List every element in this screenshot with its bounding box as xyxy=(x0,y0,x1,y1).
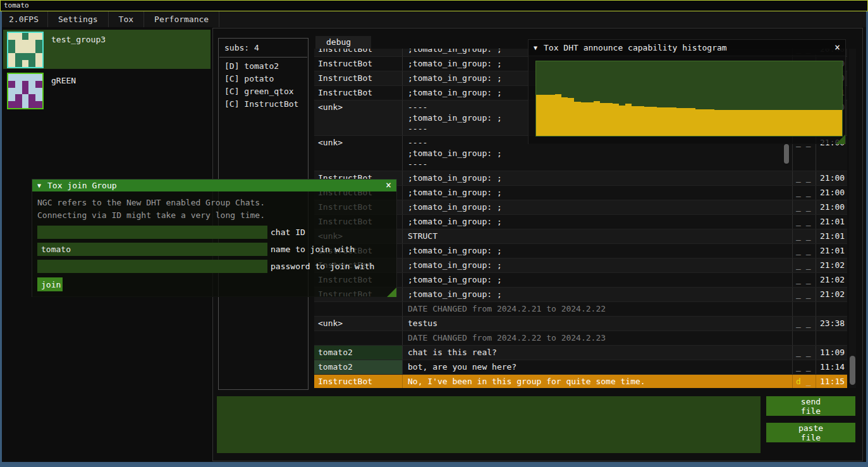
window-border-bottom xyxy=(0,462,868,467)
message-flags xyxy=(793,302,816,316)
message-timestamp: 21:01 xyxy=(816,215,847,229)
chat-id-input[interactable] xyxy=(37,226,267,239)
subs-member[interactable]: [C] InstructBot xyxy=(219,98,308,111)
group-avatar xyxy=(7,73,44,109)
dht-histogram-plot xyxy=(535,61,843,136)
tab-debug[interactable]: debug xyxy=(315,36,371,49)
close-icon[interactable]: × xyxy=(386,181,391,190)
message-timestamp: 21:01 xyxy=(816,229,847,243)
message-sender: InstructBot xyxy=(314,49,403,56)
message-flags: _ _ xyxy=(793,186,816,200)
dht-histogram-body xyxy=(529,55,845,144)
message-sender: <unk> xyxy=(314,136,403,171)
message-text: DATE CHANGED from 2024.2.21 to 2024.2.22 xyxy=(403,302,793,316)
menu-performance[interactable]: Performance xyxy=(144,15,219,24)
message-text: No, I've been in this group for quite so… xyxy=(403,375,793,388)
message-text: ;tomato_in_group: ; xyxy=(403,186,793,200)
subs-list: [D] tomato2[C] potato[C] green_qtox[C] I… xyxy=(219,60,308,111)
chat-scrollbar-thumb[interactable] xyxy=(850,356,855,385)
subs-member[interactable]: [C] green_qtox xyxy=(219,85,308,98)
date-separator-row[interactable]: DATE CHANGED from 2024.2.21 to 2024.2.22 xyxy=(314,302,847,317)
message-sender: tomato2 xyxy=(314,360,403,374)
message-flags: _ _ xyxy=(793,215,816,229)
message-sender: InstructBot xyxy=(314,57,403,71)
message-flags: _ _ xyxy=(793,317,816,331)
join-group-window: ▼ Tox join Group × NGC refers to the New… xyxy=(32,179,397,297)
resize-grip-icon[interactable] xyxy=(387,288,396,297)
message-timestamp: 21:02 xyxy=(816,288,847,301)
message-row[interactable]: tomato2bot, are you new here?_ _11:14 xyxy=(314,360,847,375)
join-password-input[interactable] xyxy=(37,260,267,273)
join-name-label: name to join with xyxy=(271,245,355,254)
app-window: tomato 2.0FPS Settings Tox Performance t… xyxy=(0,0,868,467)
join-button[interactable]: join xyxy=(37,277,63,291)
menu-divider xyxy=(219,11,219,27)
dht-histogram-title: Tox DHT announce capability histogram xyxy=(544,43,727,52)
message-text: ;tomato_in_group: ; xyxy=(403,258,793,272)
message-flags: _ _ xyxy=(793,258,816,272)
join-info-line: NGC refers to the New DHT enabled Group … xyxy=(37,197,396,209)
resize-grip-icon[interactable] xyxy=(836,135,845,144)
subs-member[interactable]: [C] potato xyxy=(219,73,308,85)
menubar: 2.0FPS Settings Tox Performance xyxy=(0,11,868,27)
dht-histogram-window: ▼ Tox DHT announce capability histogram … xyxy=(528,39,846,144)
message-text: DATE CHANGED from 2024.2.22 to 2024.2.23 xyxy=(403,331,793,345)
chat-scrollbar-track[interactable] xyxy=(849,49,856,388)
message-flags: _ _ xyxy=(793,360,816,374)
message-timestamp: 23:38 xyxy=(816,317,847,331)
message-flags: _ _ xyxy=(793,171,816,185)
message-row[interactable]: tomato2chat is this real?_ _11:09 xyxy=(314,346,847,360)
menu-tox[interactable]: Tox xyxy=(109,15,144,24)
message-sender: InstructBot xyxy=(314,86,403,100)
join-name-input[interactable] xyxy=(37,243,267,256)
message-text: ;tomato_in_group: ; xyxy=(403,171,793,185)
chat-id-label: chat ID xyxy=(271,227,305,237)
date-separator-row[interactable]: DATE CHANGED from 2024.2.22 to 2024.2.23 xyxy=(314,331,847,346)
message-text: ;tomato_in_group: ; xyxy=(403,288,793,301)
join-info-line: Connecting via ID might take a very long… xyxy=(37,209,396,222)
message-timestamp: 21:02 xyxy=(816,258,847,272)
join-group-body: NGC refers to the New DHT enabled Group … xyxy=(32,191,396,297)
message-sender xyxy=(314,331,403,345)
message-timestamp xyxy=(816,331,847,345)
os-titlebar: tomato xyxy=(0,0,868,11)
dht-histogram-titlebar[interactable]: ▼ Tox DHT announce capability histogram … xyxy=(529,40,845,55)
message-text: ;tomato_in_group: ; xyxy=(403,215,793,229)
message-timestamp xyxy=(816,302,847,316)
collapse-arrow-icon[interactable]: ▼ xyxy=(534,44,537,51)
paste-file-button[interactable]: paste file xyxy=(766,423,855,442)
join-group-title: Tox join Group xyxy=(47,181,117,190)
message-row[interactable]: <unk>testus_ _23:38 xyxy=(314,317,847,331)
group-name: test_group3 xyxy=(51,32,106,69)
message-timestamp: 21:00 xyxy=(816,200,847,214)
message-text: ;tomato_in_group: ; xyxy=(403,200,793,214)
collapse-arrow-icon[interactable]: ▼ xyxy=(37,182,41,189)
message-scrollbar-thumb[interactable] xyxy=(784,144,789,164)
group-item-test_group3[interactable]: test_group3 xyxy=(3,30,211,69)
subs-member[interactable]: [D] tomato2 xyxy=(219,60,308,73)
subs-count: subs: 4 xyxy=(219,39,308,52)
join-group-titlebar[interactable]: ▼ Tox join Group × xyxy=(32,179,396,191)
message-timestamp: 11:15 xyxy=(816,375,847,388)
message-sender: InstructBot xyxy=(314,375,403,388)
message-timestamp: 21:01 xyxy=(816,244,847,258)
message-sender: InstructBot xyxy=(314,71,403,85)
group-name: gREEN xyxy=(51,73,76,110)
message-sender xyxy=(314,302,403,316)
message-sender: <unk> xyxy=(314,317,403,331)
message-row[interactable]: InstructBotNo, I've been in this group f… xyxy=(314,375,847,388)
menu-settings[interactable]: Settings xyxy=(48,15,108,24)
message-timestamp: 21:00 xyxy=(816,171,847,185)
message-text: STRUCT xyxy=(403,229,793,243)
separator xyxy=(219,57,307,58)
message-text: ;tomato_in_group: ; xyxy=(403,273,793,287)
send-file-button[interactable]: send file xyxy=(766,396,855,416)
message-timestamp: 11:09 xyxy=(816,346,847,360)
close-icon[interactable]: × xyxy=(834,43,840,52)
message-flags: _ _ xyxy=(793,346,816,360)
message-sender: <unk> xyxy=(314,100,403,135)
message-flags: _ _ xyxy=(793,200,816,214)
message-input[interactable] xyxy=(217,396,761,453)
message-text: ;tomato_in_group: ; xyxy=(403,244,793,258)
group-item-gREEN[interactable]: gREEN xyxy=(3,71,211,110)
